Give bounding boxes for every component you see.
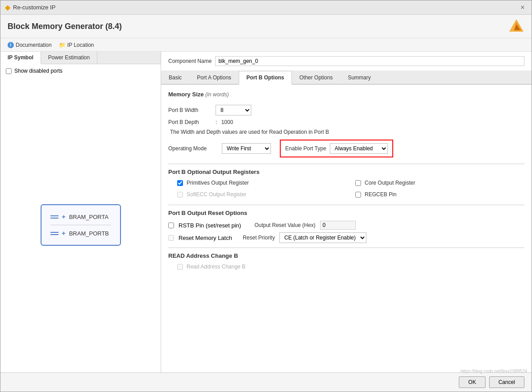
primitives-output-reg-row: Primitives Output Register xyxy=(177,180,346,186)
read-addr-section: READ Address Change B Read Address Chang… xyxy=(168,252,524,270)
show-disabled-row: Show disabled ports xyxy=(0,64,161,78)
bram-symbol-box: + BRAM_PORTA + BRAM_PORTB xyxy=(41,204,121,246)
rstb-pin-row: RSTB Pin (set/reset pin) Output Reset Va… xyxy=(168,221,524,230)
memory-size-title: Memory Size (in words) xyxy=(168,91,524,99)
optional-registers-title: Port B Optional Output Registers xyxy=(168,169,524,175)
window-title: Re-customize IP xyxy=(13,4,55,11)
portb-line1 xyxy=(50,232,58,233)
component-name-label: Component Name xyxy=(168,58,212,64)
info-icon: i xyxy=(8,42,14,48)
documentation-link[interactable]: i Documentation xyxy=(8,42,52,48)
regceb-pin-row: REGCEB Pin xyxy=(355,191,524,198)
reset-priority-label: Reset Priority xyxy=(243,235,275,241)
reset-priority-select[interactable]: CE (Latch or Register Enable) SR (Set/Re… xyxy=(279,232,366,243)
left-panel: IP Symbol Power Estimation Show disabled… xyxy=(0,52,161,372)
read-addr-change-checkbox xyxy=(177,264,183,270)
rstb-pin-checkbox[interactable] xyxy=(168,223,174,228)
soft-ecc-reg-row: SoftECC Output Register xyxy=(177,191,346,198)
read-addr-change-row: Read Address Change B xyxy=(168,264,524,270)
show-disabled-label[interactable]: Show disabled ports xyxy=(14,68,62,74)
component-name-row: Component Name xyxy=(161,52,532,71)
port-divider xyxy=(50,225,111,225)
bram-portb-label: BRAM_PORTB xyxy=(69,230,109,237)
bram-porta-row: + BRAM_PORTA xyxy=(50,210,111,223)
regceb-pin-label[interactable]: REGCEB Pin xyxy=(365,191,396,198)
bram-portb-row: + BRAM_PORTB xyxy=(50,227,111,239)
ok-button[interactable]: OK xyxy=(459,376,485,388)
footer: OK Cancel xyxy=(0,372,532,392)
vivado-logo-svg xyxy=(508,18,524,34)
portb-lines xyxy=(50,232,58,235)
primitives-output-reg-checkbox[interactable] xyxy=(177,180,183,186)
optional-registers-checkboxes: Primitives Output Register Core Output R… xyxy=(168,180,524,200)
left-tab-bar: IP Symbol Power Estimation xyxy=(0,52,161,64)
divider-2 xyxy=(168,205,524,205)
tab-other-options[interactable]: Other Options xyxy=(292,71,341,85)
enable-port-box: Enable Port Type Always Enabled Use ENA … xyxy=(280,140,393,157)
core-output-reg-row: Core Output Register xyxy=(355,180,524,186)
reset-memory-latch-checkbox xyxy=(168,235,174,241)
soft-ecc-reg-checkbox xyxy=(177,192,183,198)
read-addr-title: READ Address Change B xyxy=(168,252,524,259)
main-area: IP Symbol Power Estimation Show disabled… xyxy=(0,52,532,372)
enable-port-type-label: Enable Port Type xyxy=(285,145,326,152)
tab-ip-symbol[interactable]: IP Symbol xyxy=(0,52,41,64)
port-b-width-select[interactable]: 8 xyxy=(216,105,251,116)
porta-lines xyxy=(50,215,58,219)
watermark: https://blog.csdn.net/linui1999524 xyxy=(461,369,527,374)
tab-summary[interactable]: Summary xyxy=(340,71,378,85)
enable-port-type-select[interactable]: Always Enabled Use ENA Pin Use ENB Pin xyxy=(330,143,388,154)
tab-power-estimation[interactable]: Power Estimation xyxy=(41,52,97,64)
port-b-depth-number: 1000 xyxy=(221,119,233,125)
close-button[interactable]: × xyxy=(518,3,527,12)
operating-mode-label: Operating Mode xyxy=(168,145,213,152)
port-b-width-label: Port B Width xyxy=(168,107,213,113)
main-dialog: ◆ Re-customize IP × Block Memory Generat… xyxy=(0,0,532,392)
toolbar: i Documentation 📁 IP Location xyxy=(0,38,532,52)
documentation-label: Documentation xyxy=(16,42,52,48)
porta-plus-icon: + xyxy=(62,213,66,220)
app-header: Block Memory Generator (8.4) xyxy=(0,15,532,38)
cancel-button[interactable]: Cancel xyxy=(489,376,524,388)
memory-size-suffix: (in words) xyxy=(205,91,229,98)
divider-3 xyxy=(168,248,524,248)
core-output-reg-checkbox[interactable] xyxy=(355,180,361,186)
reset-memory-latch-row: Reset Memory Latch Reset Priority CE (La… xyxy=(168,232,524,243)
porta-line1 xyxy=(50,215,58,216)
content-area: Memory Size (in words) Port B Width 8 Po… xyxy=(161,85,532,372)
regceb-pin-checkbox[interactable] xyxy=(355,192,361,198)
portb-line2 xyxy=(50,234,58,235)
output-reset-value-input[interactable] xyxy=(320,221,356,230)
tab-basic[interactable]: Basic xyxy=(161,71,189,85)
title-bar: ◆ Re-customize IP × xyxy=(0,0,532,15)
show-disabled-checkbox[interactable] xyxy=(6,68,12,74)
primitives-output-reg-label[interactable]: Primitives Output Register xyxy=(187,180,249,186)
location-link[interactable]: 📁 IP Location xyxy=(59,42,94,48)
rstb-pin-label[interactable]: RSTB Pin (set/reset pin) xyxy=(179,222,241,229)
vivado-logo xyxy=(508,18,524,34)
folder-icon: 📁 xyxy=(59,42,66,48)
bram-porta-label: BRAM_PORTA xyxy=(69,214,108,220)
soft-ecc-reg-label: SoftECC Output Register xyxy=(187,191,246,198)
right-panel: Component Name Basic Port A Options Port… xyxy=(161,52,532,372)
operating-mode-row: Operating Mode Write First Read First No… xyxy=(168,140,524,157)
reset-memory-latch-label: Reset Memory Latch xyxy=(179,235,232,241)
app-title: Block Memory Generator (8.4) xyxy=(8,22,122,31)
divider-1 xyxy=(168,164,524,164)
tab-port-a-options[interactable]: Port A Options xyxy=(189,71,239,85)
port-b-note: The Width and Depth values are used for … xyxy=(168,129,524,135)
nav-tabs: Basic Port A Options Port B Options Othe… xyxy=(161,71,532,85)
app-icon: ◆ xyxy=(5,3,10,12)
core-output-reg-label[interactable]: Core Output Register xyxy=(365,180,415,186)
read-addr-change-label: Read Address Change B xyxy=(187,264,245,270)
symbol-area: + BRAM_PORTA + BRAM_PORTB xyxy=(0,78,161,372)
porta-line2 xyxy=(50,218,58,219)
port-b-width-row: Port B Width 8 xyxy=(168,105,524,116)
tab-port-b-options[interactable]: Port B Options xyxy=(239,71,292,85)
output-reset-value-label: Output Reset Value (Hex) xyxy=(254,222,316,228)
operating-mode-select[interactable]: Write First Read First No Change xyxy=(222,143,271,154)
location-label: IP Location xyxy=(67,42,94,48)
port-b-depth-value: : xyxy=(216,119,219,125)
component-name-input[interactable] xyxy=(215,56,524,66)
output-reset-title: Port B Output Reset Options xyxy=(168,210,524,216)
